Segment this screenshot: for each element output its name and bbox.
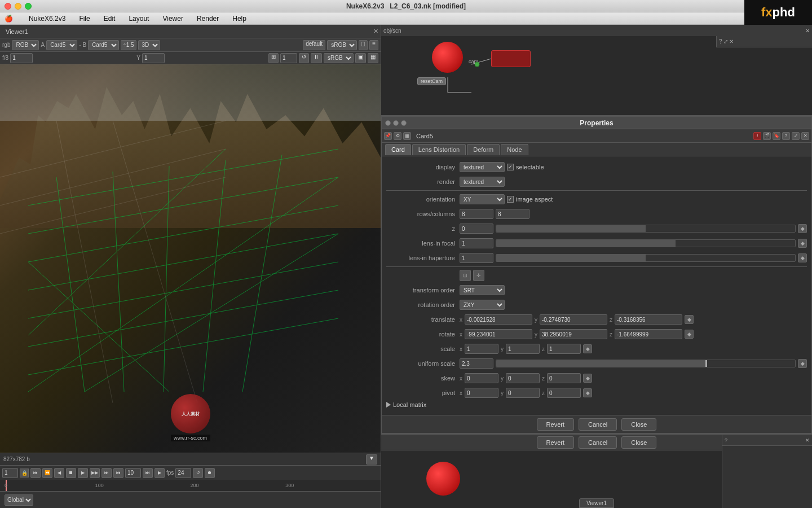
- card-a-select[interactable]: Card5: [46, 40, 77, 50]
- translate-y-input[interactable]: -0.2748730: [540, 314, 607, 325]
- orientation-select[interactable]: XY: [460, 194, 505, 204]
- props-close-btn[interactable]: [385, 120, 391, 126]
- y-input[interactable]: [142, 53, 165, 63]
- uniform-scale-anim-icon[interactable]: ◆: [798, 359, 807, 368]
- local-matrix-expand[interactable]: [386, 402, 391, 408]
- menu-help[interactable]: Help: [230, 15, 249, 23]
- props-error-icon[interactable]: !: [753, 132, 761, 140]
- bottom-close-button[interactable]: Close: [621, 436, 656, 449]
- z-anim-icon[interactable]: ◆: [798, 224, 807, 233]
- prev-frame-btn[interactable]: ◀: [54, 468, 64, 478]
- scale-z-input[interactable]: [547, 344, 581, 354]
- viewer-close-icon[interactable]: ✕: [373, 28, 378, 35]
- skew-x-input[interactable]: [465, 373, 498, 383]
- menu-layout[interactable]: Layout: [126, 15, 151, 23]
- bottom-revert-button[interactable]: Revert: [537, 436, 574, 449]
- minimize-button[interactable]: [15, 3, 21, 10]
- props-min-btn[interactable]: [393, 120, 399, 126]
- pivot-x-input[interactable]: [465, 388, 498, 398]
- translate-z-input[interactable]: -0.3168356: [615, 314, 682, 325]
- scale-y-input[interactable]: [506, 344, 540, 354]
- props-bookmark-icon[interactable]: 🔖: [773, 132, 780, 140]
- record-btn[interactable]: ⏺: [205, 468, 215, 478]
- menu-edit[interactable]: Edit: [102, 15, 118, 23]
- prev-btn[interactable]: ⏪: [42, 468, 52, 478]
- transform-order-select[interactable]: SRT: [460, 285, 505, 295]
- tab-deform[interactable]: Deform: [467, 144, 500, 155]
- render-select[interactable]: textured: [460, 177, 505, 187]
- pivot-z-input[interactable]: [547, 388, 581, 398]
- rotate-anim-icon[interactable]: ◆: [685, 330, 694, 339]
- loop-btn[interactable]: ↺: [193, 468, 203, 478]
- props-help-icon[interactable]: ?: [782, 132, 790, 140]
- close-button[interactable]: [5, 3, 11, 10]
- menu-file[interactable]: File: [77, 15, 92, 23]
- translate-anim-icon[interactable]: ◆: [685, 315, 694, 324]
- channel-select[interactable]: RGB: [12, 40, 39, 50]
- close-button[interactable]: Close: [621, 418, 656, 431]
- props-gear-icon[interactable]: ⚙: [394, 132, 401, 140]
- rotate-x-input[interactable]: -99.234001: [465, 329, 532, 339]
- aspect-btn[interactable]: ⊞: [268, 53, 279, 63]
- gain-input[interactable]: [280, 53, 297, 63]
- tab-card[interactable]: Card: [385, 144, 411, 155]
- props-view-icon[interactable]: 🎬: [763, 132, 771, 140]
- display-select[interactable]: textured: [460, 162, 505, 172]
- transform-add-icon[interactable]: ✛: [473, 270, 484, 281]
- rotation-order-select[interactable]: ZXY: [460, 300, 505, 310]
- menu-viewer[interactable]: Viewer: [160, 15, 185, 23]
- ng-help-icon[interactable]: ?: [719, 38, 722, 45]
- next-key-btn[interactable]: ⏭: [143, 468, 153, 478]
- fps-input[interactable]: [175, 468, 191, 478]
- prev-key-btn[interactable]: ⏮: [113, 468, 123, 478]
- global-select[interactable]: Global: [5, 494, 33, 506]
- lens-focal-slider[interactable]: [496, 239, 796, 247]
- refresh-btn[interactable]: ↺: [299, 53, 309, 63]
- card-b-select[interactable]: Card5: [88, 40, 119, 50]
- loop-input[interactable]: [125, 468, 141, 478]
- props-max-btn[interactable]: [401, 120, 407, 126]
- ng-close-icon[interactable]: ✕: [805, 28, 810, 34]
- lines-btn[interactable]: ▦: [368, 53, 378, 63]
- overlay-btn[interactable]: ≡: [369, 40, 378, 50]
- props-expand-icon[interactable]: ⤢: [792, 132, 800, 140]
- default-btn[interactable]: default: [303, 40, 325, 50]
- lens-focal-input[interactable]: [460, 238, 493, 248]
- skew-y-input[interactable]: [506, 373, 540, 383]
- lens-focal-anim-icon[interactable]: ◆: [798, 239, 807, 248]
- props-close-btn2[interactable]: ✕: [801, 132, 809, 140]
- translate-x-input[interactable]: -0.0021528: [465, 314, 532, 325]
- image-aspect-checkbox[interactable]: [507, 196, 514, 203]
- scale-x-input[interactable]: [465, 344, 498, 354]
- rotate-y-input[interactable]: 38.2950019: [540, 329, 607, 339]
- rows-input[interactable]: [460, 209, 493, 219]
- ratio-select[interactable]: ÷1.5: [121, 40, 136, 50]
- menu-nuke[interactable]: NukeX6.2v3: [27, 15, 68, 23]
- lock-icon[interactable]: 🔒: [20, 468, 29, 478]
- stop-btn[interactable]: ⏹: [66, 468, 76, 478]
- props-pin-icon[interactable]: 📌: [384, 132, 392, 140]
- skip-start-btn[interactable]: ⏮: [30, 468, 41, 478]
- skew-anim-icon[interactable]: ◆: [583, 374, 592, 383]
- cancel-button[interactable]: Cancel: [579, 418, 617, 431]
- selectable-checkbox[interactable]: [507, 164, 514, 170]
- lens-haperture-slider[interactable]: [496, 254, 796, 262]
- cols-input[interactable]: [496, 209, 529, 219]
- bottom-cancel-button[interactable]: Cancel: [579, 436, 617, 449]
- current-frame[interactable]: [2, 468, 18, 478]
- z-input[interactable]: [460, 224, 493, 234]
- lens-haperture-anim-icon[interactable]: ◆: [798, 253, 807, 262]
- colorspace-select2[interactable]: sRGB: [324, 53, 354, 63]
- mini-panel-help-icon[interactable]: ?: [725, 437, 727, 443]
- z-slider[interactable]: [496, 225, 796, 233]
- lens-haperture-input[interactable]: [460, 253, 493, 263]
- tab-node[interactable]: Node: [501, 144, 528, 155]
- extra-btn1[interactable]: ▶: [155, 468, 165, 478]
- rotate-z-input[interactable]: -1.66499999: [615, 329, 682, 339]
- revert-button[interactable]: Revert: [537, 418, 574, 431]
- uniform-scale-slider[interactable]: [496, 360, 796, 367]
- pause-btn[interactable]: ⏸: [311, 53, 322, 63]
- ng-close-icon2[interactable]: ✕: [729, 38, 734, 45]
- play-btn[interactable]: ▶▶: [90, 468, 100, 478]
- next-frame-btn[interactable]: ▶: [78, 468, 88, 478]
